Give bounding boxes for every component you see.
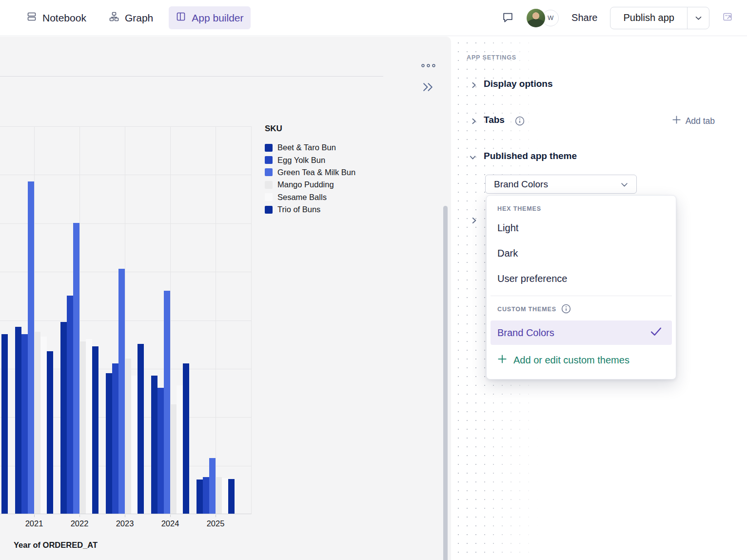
bar-2024-trio-of-buns <box>183 363 189 514</box>
publish-app-button[interactable]: Publish app <box>610 7 687 29</box>
bar-2025-trio-of-buns <box>228 479 235 514</box>
chevron-right-icon[interactable] <box>470 81 478 91</box>
plus-icon <box>672 115 681 127</box>
tab-app-builder[interactable]: App builder <box>169 6 250 29</box>
add-custom-theme-button[interactable]: Add or edit custom themes <box>487 345 676 375</box>
tab-label: Notebook <box>42 12 86 24</box>
legend-item: Sesame Balls <box>265 191 355 203</box>
selected-theme-label: Brand Colors <box>497 327 554 339</box>
legend-title: SKU <box>265 124 355 134</box>
app-builder-icon <box>176 11 186 24</box>
top-navbar: Notebook Graph App builder <box>0 0 747 36</box>
x-axis-title: Year of ORDERED_AT <box>14 540 98 550</box>
legend-swatch <box>265 193 273 201</box>
bar-2025-mango-pudding <box>216 477 222 514</box>
bar-2022-beet-taro-bun <box>60 322 67 514</box>
info-icon[interactable] <box>515 116 525 128</box>
section-tabs[interactable]: Tabs Add tab <box>451 114 747 129</box>
theme-select-value: Brand Colors <box>494 179 548 190</box>
bar-2025-green-tea-milk-bun <box>209 458 216 514</box>
add-custom-theme-label: Add or edit custom themes <box>513 355 629 366</box>
add-tab-button[interactable]: Add tab <box>672 115 715 127</box>
ellipsis-icon <box>421 61 436 70</box>
menu-item-user-preference[interactable]: User preference <box>487 266 676 291</box>
bar-2021-sesame-balls <box>40 337 47 514</box>
chart-legend: SKU Beet & Taro BunEgg Yolk BunGreen Tea… <box>265 124 355 216</box>
collapse-sidebar-button[interactable] <box>422 81 435 95</box>
bar-2025-beet-taro-bun <box>197 480 203 514</box>
menu-item-dark[interactable]: Dark <box>487 240 676 266</box>
x-axis-tick <box>125 515 125 517</box>
bar-2024-sesame-balls <box>177 385 183 514</box>
bar-2021-green-tea-milk-bun <box>28 181 34 514</box>
element-more-menu-button[interactable] <box>421 61 436 70</box>
open-app-external-icon <box>722 11 733 24</box>
theme-dropdown-menu: HEX THEMES Light Dark User preference CU… <box>486 195 676 380</box>
legend-label: Beet & Taro Bun <box>277 143 336 152</box>
cell-divider <box>0 76 383 77</box>
legend-swatch <box>265 181 273 189</box>
info-icon[interactable] <box>561 304 571 315</box>
section-title[interactable]: Published app theme <box>484 151 577 161</box>
bar-2024-mango-pudding <box>170 404 177 514</box>
legend-swatch <box>265 168 273 176</box>
notebook-icon <box>26 11 37 24</box>
chevron-down-icon[interactable] <box>469 153 477 163</box>
bar-2022-green-tea-milk-bun <box>73 223 79 514</box>
bar-2023-sesame-balls <box>131 376 138 514</box>
bar-2025-egg-yolk-bun <box>203 477 209 514</box>
tab-graph[interactable]: Graph <box>102 6 160 29</box>
legend-item: Egg Yolk Bun <box>265 154 355 166</box>
legend-label: Trio of Buns <box>277 205 320 214</box>
share-button[interactable]: Share <box>571 12 597 23</box>
legend-swatch <box>265 206 273 214</box>
bar-2022-mango-pudding <box>79 341 86 514</box>
app-settings-panel: APP SETTINGS Display options Tabs <box>451 37 747 560</box>
chevron-down-icon <box>621 179 628 190</box>
menu-divider <box>491 296 672 296</box>
tab-notebook[interactable]: Notebook <box>20 6 93 29</box>
legend-label: Mango Pudding <box>277 180 334 189</box>
menu-item-light[interactable]: Light <box>487 215 676 240</box>
section-title[interactable]: Display options <box>484 79 552 89</box>
x-axis-tick <box>79 515 80 517</box>
x-axis: 20212022202320242025 <box>0 515 263 534</box>
x-axis-tick <box>170 515 171 517</box>
canvas-scrollbar[interactable] <box>443 206 448 560</box>
x-axis-label: 2022 <box>65 519 94 528</box>
custom-themes-group-label: CUSTOM THEMES <box>487 301 676 318</box>
collaborator-avatars[interactable]: W <box>527 9 559 27</box>
menu-item-brand-colors-selected[interactable]: Brand Colors <box>491 320 672 345</box>
collaborator-initial: W <box>548 14 553 21</box>
navbar-actions: W Share Publish app <box>502 7 747 29</box>
section-published-app-theme[interactable]: Published app theme <box>451 150 747 165</box>
legend-swatch <box>265 144 273 152</box>
app-canvas: 20212022202320242025 Year of ORDERED_AT … <box>0 37 451 560</box>
bar-2024-beet-taro-bun <box>151 376 157 514</box>
legend-label: Sesame Balls <box>277 193 327 202</box>
hex-themes-group-label: HEX THEMES <box>487 202 676 215</box>
section-title[interactable]: Tabs <box>484 115 505 125</box>
view-switcher: Notebook Graph App builder <box>0 6 251 29</box>
chevron-down-icon <box>695 14 702 22</box>
theme-select[interactable]: Brand Colors <box>485 175 637 194</box>
open-published-app-button[interactable] <box>722 11 733 24</box>
legend-items: Beet & Taro BunEgg Yolk BunGreen Tea & M… <box>265 141 355 216</box>
chevron-right-icon[interactable] <box>470 216 478 227</box>
legend-item: Beet & Taro Bun <box>265 141 355 154</box>
chevron-right-icon[interactable] <box>470 117 478 127</box>
legend-item: Green Tea & Milk Bun <box>265 166 355 179</box>
bar-2022-egg-yolk-bun <box>67 296 73 514</box>
bar-chart-plot <box>0 126 252 514</box>
checkmark-icon <box>650 326 662 339</box>
bar-2023-mango-pudding <box>125 359 131 514</box>
bar-2021-mango-pudding <box>34 332 40 514</box>
add-tab-label: Add tab <box>686 116 715 126</box>
comments-button[interactable] <box>502 11 514 25</box>
x-axis-label: 2023 <box>110 519 139 528</box>
legend-swatch <box>265 156 273 164</box>
section-display-options[interactable]: Display options <box>451 78 747 93</box>
double-chevron-right-icon <box>422 86 435 95</box>
publish-options-button[interactable] <box>687 7 709 29</box>
x-axis-tick <box>216 515 216 517</box>
